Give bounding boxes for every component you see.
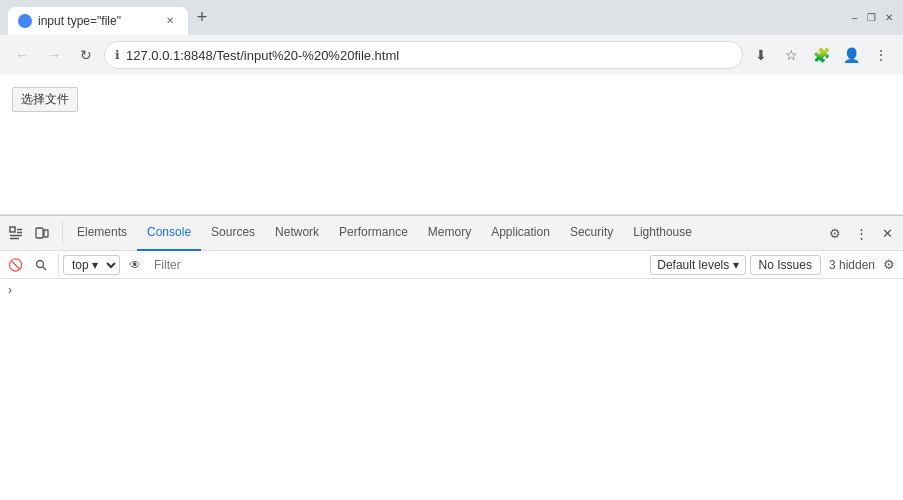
nav-right-icons: ⬇ ☆ 🧩 👤 ⋮	[747, 41, 895, 69]
forward-button: →	[40, 41, 68, 69]
close-button[interactable]: ✕	[882, 11, 895, 24]
tab-application[interactable]: Application	[481, 216, 560, 251]
svg-rect-7	[44, 230, 48, 237]
console-filter-input[interactable]	[150, 256, 646, 274]
extensions-button[interactable]: 🧩	[807, 41, 835, 69]
profile-button[interactable]: 👤	[837, 41, 865, 69]
context-selector[interactable]: top ▾	[63, 255, 120, 275]
svg-point-8	[37, 260, 44, 267]
device-toolbar-button[interactable]	[30, 221, 54, 245]
devtools-settings-button[interactable]: ⚙	[823, 221, 847, 245]
svg-line-9	[43, 266, 47, 270]
lock-icon: ℹ	[115, 48, 120, 62]
hidden-count-label: 3 hidden	[829, 258, 875, 272]
address-bar[interactable]: ℹ 127.0.0.1:8848/Test/input%20-%20%20fil…	[104, 41, 743, 69]
inspect-element-button[interactable]	[4, 221, 28, 245]
console-settings-icon[interactable]: ⚙	[879, 255, 899, 275]
console-prompt: ›	[8, 283, 895, 297]
console-right-controls: Default levels ▾ No Issues 3 hidden ⚙	[650, 255, 899, 275]
tab-console[interactable]: Console	[137, 216, 201, 251]
page-content: 选择文件	[0, 75, 903, 215]
restore-button[interactable]: ❐	[865, 11, 878, 24]
devtools-close-button[interactable]: ✕	[875, 221, 899, 245]
tab-title: input type="file"	[38, 14, 156, 28]
menu-button[interactable]: ⋮	[867, 41, 895, 69]
clear-console-button[interactable]: 🚫	[4, 254, 26, 276]
tab-favicon	[18, 14, 32, 28]
devtools-toolbar: Elements Console Sources Network Perform…	[0, 216, 903, 251]
console-toolbar: 🚫 top ▾ 👁 Default levels ▾ No Issues 3 h…	[0, 251, 903, 279]
devtools-left-icons	[4, 221, 63, 245]
custom-formatters-button[interactable]: 👁	[124, 254, 146, 276]
tab-lighthouse[interactable]: Lighthouse	[623, 216, 702, 251]
minimize-button[interactable]: –	[848, 11, 861, 24]
tab-network[interactable]: Network	[265, 216, 329, 251]
svg-rect-1	[10, 227, 15, 232]
svg-rect-6	[36, 228, 43, 238]
download-icon[interactable]: ⬇	[747, 41, 775, 69]
tab-sources[interactable]: Sources	[201, 216, 265, 251]
tab-performance[interactable]: Performance	[329, 216, 418, 251]
console-content: ›	[0, 279, 903, 465]
issues-button[interactable]: No Issues	[750, 255, 821, 275]
tab-close-button[interactable]: ✕	[162, 13, 178, 29]
log-levels-button[interactable]: Default levels ▾	[650, 255, 745, 275]
devtools-panel: Elements Console Sources Network Perform…	[0, 215, 903, 465]
tab-memory[interactable]: Memory	[418, 216, 481, 251]
nav-bar: ← → ↻ ℹ 127.0.0.1:8848/Test/input%20-%20…	[0, 35, 903, 75]
tab-elements[interactable]: Elements	[67, 216, 137, 251]
tab-security[interactable]: Security	[560, 216, 623, 251]
tab-strip: input type="file" ✕ +	[8, 4, 840, 32]
devtools-right-icons: ⚙ ⋮ ✕	[823, 221, 899, 245]
back-button: ←	[8, 41, 36, 69]
prompt-arrow: ›	[8, 283, 12, 297]
active-tab[interactable]: input type="file" ✕	[8, 7, 188, 35]
svg-point-0	[20, 16, 30, 26]
console-filter-button[interactable]	[30, 254, 52, 276]
file-input-button[interactable]: 选择文件	[12, 87, 78, 112]
window-controls: – ❐ ✕	[848, 11, 895, 24]
console-left-controls: 🚫	[4, 254, 59, 276]
devtools-more-button[interactable]: ⋮	[849, 221, 873, 245]
bookmark-button[interactable]: ☆	[777, 41, 805, 69]
new-tab-button[interactable]: +	[188, 4, 216, 32]
refresh-button[interactable]: ↻	[72, 41, 100, 69]
title-bar: input type="file" ✕ + – ❐ ✕	[0, 0, 903, 35]
address-text: 127.0.0.1:8848/Test/input%20-%20%20file.…	[126, 48, 732, 63]
devtools-tabs: Elements Console Sources Network Perform…	[67, 216, 819, 251]
